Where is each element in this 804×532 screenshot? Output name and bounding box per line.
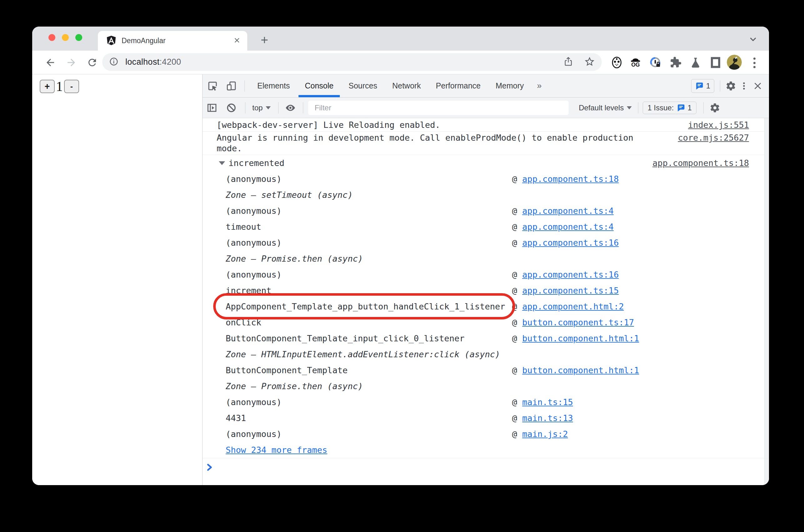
- decrement-button[interactable]: -: [64, 80, 79, 93]
- issues-badge[interactable]: 1: [691, 79, 714, 93]
- trace-header[interactable]: incremented app.component.ts:18: [203, 155, 749, 171]
- console-prompt[interactable]: [203, 458, 769, 476]
- show-more-frames-link[interactable]: Show 234 more frames: [226, 445, 327, 455]
- angular-favicon-icon: [106, 35, 117, 47]
- live-expression-eye-icon[interactable]: [285, 102, 296, 113]
- close-window-button[interactable]: [49, 34, 55, 41]
- stack-frame: (anonymous) @ app.component.ts:16: [203, 267, 749, 283]
- source-link[interactable]: core.mjs:25627: [678, 132, 749, 143]
- log-levels-selector[interactable]: Default levels: [579, 103, 624, 112]
- devtools-close-icon[interactable]: [752, 80, 763, 92]
- issue-bubble-icon: [695, 82, 703, 90]
- tab-strip: DemoAngular: [32, 26, 769, 51]
- extension-mask-icon[interactable]: [611, 56, 623, 69]
- back-icon[interactable]: [45, 57, 56, 68]
- window-controls: [49, 34, 82, 41]
- stack-trace: incremented app.component.ts:18 (anonymo…: [203, 155, 769, 458]
- devtools-tab-network[interactable]: Network: [385, 74, 428, 97]
- console-settings-gear-icon[interactable]: [709, 102, 721, 113]
- stack-frame: increment @ app.component.ts:15: [203, 283, 749, 299]
- more-tabs-icon[interactable]: »: [531, 81, 547, 91]
- devtools-tab-performance[interactable]: Performance: [428, 74, 488, 97]
- trace-title: incremented: [229, 158, 285, 168]
- browser-tab[interactable]: DemoAngular: [98, 31, 247, 51]
- page-content: + 1 -: [32, 74, 203, 485]
- browser-window: DemoAngular localhost:4200: [32, 26, 769, 485]
- extensions-puzzle-icon[interactable]: [669, 56, 682, 69]
- stack-frame-async: Zone — setTimeout (async): [203, 187, 749, 203]
- frame-source-link[interactable]: app.component.ts:16: [522, 270, 619, 280]
- minimize-window-button[interactable]: [62, 34, 69, 41]
- devtools-menu-icon[interactable]: [738, 80, 750, 92]
- extension-incognito-og-icon[interactable]: OG: [629, 56, 642, 69]
- tab-close-icon[interactable]: [233, 36, 241, 46]
- bookmark-star-icon[interactable]: [584, 56, 595, 68]
- url-text: localhost:4200: [126, 57, 181, 67]
- zoom-window-button[interactable]: [75, 34, 82, 41]
- stack-frame: (anonymous) @ main.js:2: [203, 426, 749, 442]
- extension-panel-icon[interactable]: [709, 56, 722, 69]
- console-scrollbar[interactable]: [764, 118, 769, 485]
- site-info-icon[interactable]: [109, 57, 118, 68]
- counter-widget: + 1 -: [40, 78, 202, 94]
- devtools-settings-gear-icon[interactable]: [725, 80, 736, 92]
- frame-source-link[interactable]: app.component.ts:15: [522, 286, 619, 296]
- devtools-tabbar: Elements Console Sources Network Perform…: [203, 74, 769, 97]
- stack-frame: ButtonComponent_Template_input_click_0_l…: [203, 330, 749, 346]
- frame-source-link[interactable]: app.component.ts:16: [522, 238, 619, 248]
- increment-button[interactable]: +: [40, 80, 55, 93]
- frame-source-link[interactable]: main.ts:13: [522, 413, 573, 423]
- extension-flask-icon[interactable]: [689, 56, 702, 69]
- show-more-frames-row: Show 234 more frames: [203, 442, 749, 458]
- console-toolbar: top Default levels 1 Issue: 1: [203, 97, 769, 118]
- new-tab-button[interactable]: [255, 31, 273, 49]
- frame-source-link[interactable]: button.component.html:1: [522, 334, 639, 343]
- share-icon[interactable]: [563, 56, 574, 68]
- prompt-chevron-icon: [206, 463, 213, 471]
- frame-source-link[interactable]: app.component.html:2: [522, 302, 624, 311]
- frame-source-link[interactable]: main.js:2: [522, 429, 568, 439]
- tab-title: DemoAngular: [121, 37, 233, 45]
- console-filter-input[interactable]: [308, 101, 569, 115]
- profile-avatar[interactable]: [727, 55, 742, 70]
- devtools-tab-memory[interactable]: Memory: [488, 74, 531, 97]
- levels-caret-icon: [627, 106, 632, 109]
- counter-value: 1: [56, 78, 63, 94]
- issues-counter[interactable]: 1 Issue: 1: [643, 101, 696, 114]
- extension-password-lock-icon[interactable]: [649, 56, 662, 69]
- context-selector[interactable]: top: [252, 103, 263, 112]
- address-bar: localhost:4200 OG: [32, 51, 769, 74]
- devtools-tab-elements[interactable]: Elements: [250, 74, 297, 97]
- devtools-tab-console[interactable]: Console: [297, 74, 341, 97]
- frame-source-link[interactable]: main.ts:15: [522, 397, 573, 407]
- stack-frame-highlighted: AppComponent_Template_app_button_handleC…: [203, 299, 749, 315]
- frame-source-link[interactable]: app.component.ts:4: [522, 206, 614, 216]
- stack-frame: (anonymous) @ app.component.ts:16: [203, 235, 749, 251]
- source-link[interactable]: app.component.ts:18: [652, 158, 749, 168]
- issue-bubble-icon: [677, 104, 685, 112]
- tab-search-chevron-icon[interactable]: [748, 35, 758, 45]
- console-message: Angular is running in development mode. …: [203, 132, 769, 155]
- clear-console-icon[interactable]: [226, 102, 237, 113]
- console-sidebar-icon[interactable]: [206, 102, 217, 113]
- stack-frame: (anonymous) @ main.ts:15: [203, 394, 749, 410]
- devtools-panel: Elements Console Sources Network Perform…: [203, 74, 769, 485]
- frame-source-link[interactable]: button.component.ts:17: [522, 318, 634, 327]
- stack-frame: 4431 @ main.ts:13: [203, 410, 749, 426]
- window-content: + 1 - Elements Console Sources Network: [32, 74, 769, 485]
- source-link[interactable]: index.js:551: [688, 119, 749, 130]
- devtools-tab-sources[interactable]: Sources: [341, 74, 385, 97]
- frame-source-link[interactable]: app.component.ts:4: [522, 222, 614, 232]
- browser-menu-icon[interactable]: [752, 58, 756, 68]
- device-toolbar-icon[interactable]: [226, 80, 237, 92]
- reload-icon[interactable]: [87, 57, 98, 68]
- url-bar[interactable]: localhost:4200: [102, 53, 602, 71]
- stack-frame-async: Zone — HTMLInputElement.addEventListener…: [203, 346, 749, 362]
- inspect-element-icon[interactable]: [207, 80, 218, 92]
- stack-frame: (anonymous) @ app.component.ts:18: [203, 171, 749, 187]
- frame-source-link[interactable]: app.component.ts:18: [522, 174, 619, 184]
- frame-source-link[interactable]: button.component.html:1: [522, 365, 639, 375]
- forward-icon[interactable]: [66, 57, 77, 68]
- expand-triangle-icon[interactable]: [219, 161, 225, 165]
- console-log: [webpack-dev-server] Live Reloading enab…: [203, 118, 769, 485]
